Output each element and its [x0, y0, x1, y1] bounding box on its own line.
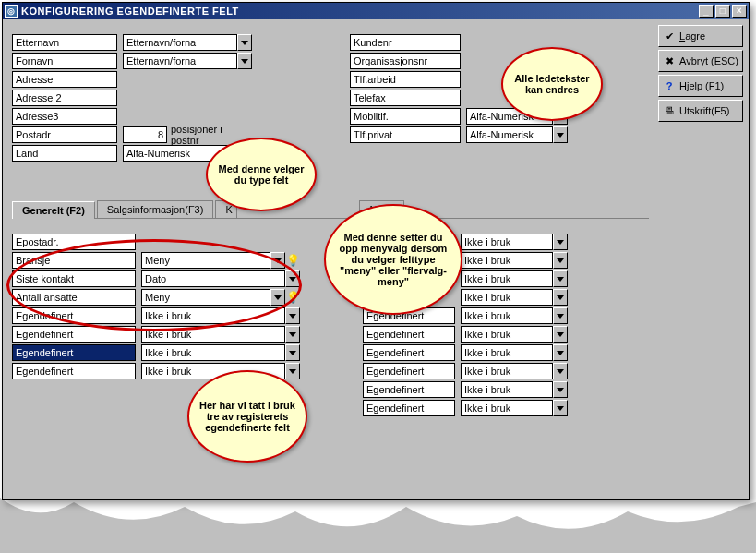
- dropdown-button[interactable]: [553, 381, 568, 398]
- grid-label[interactable]: [363, 326, 455, 343]
- grid-label[interactable]: [363, 381, 455, 398]
- config-window: ◎ KONFIGURERING EGENDEFINERTE FELT _ □ ×…: [2, 2, 750, 500]
- grid-value[interactable]: Ikke i bruk: [461, 307, 553, 324]
- grid-value[interactable]: Dato: [141, 270, 285, 287]
- grid-label[interactable]: [12, 289, 136, 306]
- grid-value[interactable]: Ikke i bruk: [141, 307, 285, 324]
- chevron-down-icon: [274, 295, 282, 300]
- save-button[interactable]: ✔ Lagre: [658, 25, 743, 47]
- label-postadr[interactable]: [12, 126, 117, 143]
- dropdown-button[interactable]: [553, 252, 568, 269]
- grid-label[interactable]: [12, 307, 136, 324]
- dropdown-button[interactable]: [553, 363, 568, 379]
- chevron-down-icon: [557, 277, 564, 282]
- grid-value[interactable]: Ikke i bruk: [461, 363, 553, 379]
- etternavn-value[interactable]: Etternavn/forna: [123, 34, 237, 51]
- grid-value[interactable]: Ikke i bruk: [461, 381, 553, 398]
- dropdown-button[interactable]: [553, 326, 568, 343]
- grid-value[interactable]: Ikke i bruk: [461, 326, 553, 343]
- grid-label[interactable]: [363, 363, 455, 379]
- chevron-down-icon: [557, 240, 564, 245]
- dropdown-button[interactable]: [285, 326, 300, 343]
- cancel-button[interactable]: ✖ Avbryt (ESC): [658, 50, 743, 72]
- dropdown-button[interactable]: [270, 252, 285, 269]
- label-land[interactable]: [12, 145, 117, 162]
- label-mobil[interactable]: [350, 108, 461, 125]
- privat-value[interactable]: Alfa-Numerisk: [466, 126, 553, 143]
- grid-value[interactable]: Ikke i bruk: [141, 326, 285, 343]
- lightbulb-icon[interactable]: 💡: [285, 252, 300, 269]
- help-label: Hjelp (F1): [679, 80, 724, 91]
- dropdown-button[interactable]: [285, 270, 300, 287]
- grid-value[interactable]: Ikke i bruk: [461, 234, 553, 250]
- grid-label[interactable]: [12, 234, 136, 250]
- dropdown-button[interactable]: [553, 289, 568, 306]
- dropdown-button[interactable]: [553, 400, 568, 416]
- grid-value[interactable]: Ikke i bruk: [141, 344, 285, 361]
- dropdown-button[interactable]: [270, 289, 285, 306]
- fornavn-value[interactable]: Etternavn/forna: [123, 53, 237, 69]
- question-icon: ?: [663, 79, 676, 92]
- close-button[interactable]: ×: [732, 5, 747, 18]
- print-button[interactable]: 🖶 Utskrift(F5): [658, 100, 743, 122]
- grid-label[interactable]: [12, 363, 136, 379]
- grid-value[interactable]: Ikke i bruk: [461, 270, 553, 287]
- label-kundenr[interactable]: [350, 34, 461, 51]
- dropdown-button[interactable]: [553, 126, 568, 143]
- dropdown-button[interactable]: [285, 363, 300, 379]
- grid-value[interactable]: Ikke i bruk: [461, 400, 553, 416]
- grid-label-selected[interactable]: [12, 344, 136, 361]
- printer-icon: 🖶: [663, 104, 676, 117]
- dropdown-button[interactable]: [553, 307, 568, 324]
- chevron-down-icon: [557, 258, 564, 263]
- help-button[interactable]: ? Hjelp (F1): [658, 75, 743, 97]
- label-telefax[interactable]: [350, 90, 461, 106]
- dropdown-button[interactable]: [237, 34, 252, 51]
- grid-value[interactable]: Meny: [141, 289, 270, 306]
- grid-label[interactable]: [363, 344, 455, 361]
- callout-menyvalg: Med denne setter du opp menyvalg dersom …: [324, 204, 462, 315]
- grid-label[interactable]: [12, 252, 136, 269]
- grid-label[interactable]: [12, 270, 136, 287]
- chevron-down-icon: [557, 295, 564, 300]
- chevron-down-icon: [557, 406, 564, 411]
- callout-text: Med denne setter du opp menyvalg dersom …: [333, 232, 453, 287]
- label-adresse3[interactable]: [12, 108, 117, 125]
- dropdown-button[interactable]: [553, 270, 568, 287]
- check-icon: ✔: [663, 30, 676, 42]
- callout-text: Her har vi tatt i bruk tre av registeret…: [197, 400, 298, 433]
- label-adresse[interactable]: [12, 71, 117, 88]
- dropdown-button[interactable]: [237, 53, 252, 69]
- tab-salgsinfo[interactable]: Salgsinformasjon(F3): [97, 200, 214, 218]
- print-label: Utskrift(F5): [679, 105, 729, 116]
- dropdown-button[interactable]: [285, 307, 300, 324]
- grid-right-values: Ikke i bruk Ikke i bruk Ikke i bruk Ikke…: [461, 234, 568, 416]
- grid-value[interactable]: Ikke i bruk: [461, 289, 553, 306]
- chevron-down-icon: [557, 314, 564, 319]
- label-fornavn[interactable]: [12, 53, 117, 69]
- label-orgnr[interactable]: [350, 53, 461, 69]
- dropdown-button[interactable]: [553, 234, 568, 250]
- pos-number[interactable]: [123, 126, 167, 143]
- chevron-down-icon: [289, 277, 296, 282]
- grid-value[interactable]: Ikke i bruk: [461, 344, 553, 361]
- lightbulb-icon[interactable]: 💡: [285, 289, 300, 306]
- label-adresse2[interactable]: [12, 90, 117, 106]
- chevron-down-icon: [289, 332, 296, 337]
- grid-value[interactable]: Ikke i bruk: [461, 252, 553, 269]
- dropdown-button[interactable]: [553, 344, 568, 361]
- grid-label[interactable]: [363, 400, 455, 416]
- chevron-down-icon: [241, 41, 248, 45]
- chevron-down-icon: [557, 133, 564, 138]
- label-tlfprivat[interactable]: [350, 126, 461, 143]
- label-tlfarbeid[interactable]: [350, 71, 461, 88]
- grid-label[interactable]: [12, 326, 136, 343]
- minimize-button[interactable]: _: [699, 5, 714, 18]
- grid-value[interactable]: Meny: [141, 252, 270, 269]
- action-buttons: ✔ Lagre ✖ Avbryt (ESC) ? Hjelp (F1) 🖶 Ut…: [658, 25, 743, 122]
- label-etternavn[interactable]: [12, 34, 117, 51]
- dropdown-button[interactable]: [285, 344, 300, 361]
- callout-typefelt: Med denne velger du type felt: [206, 138, 317, 211]
- tab-generelt[interactable]: Generelt (F2): [12, 201, 95, 219]
- maximize-button[interactable]: □: [715, 5, 730, 18]
